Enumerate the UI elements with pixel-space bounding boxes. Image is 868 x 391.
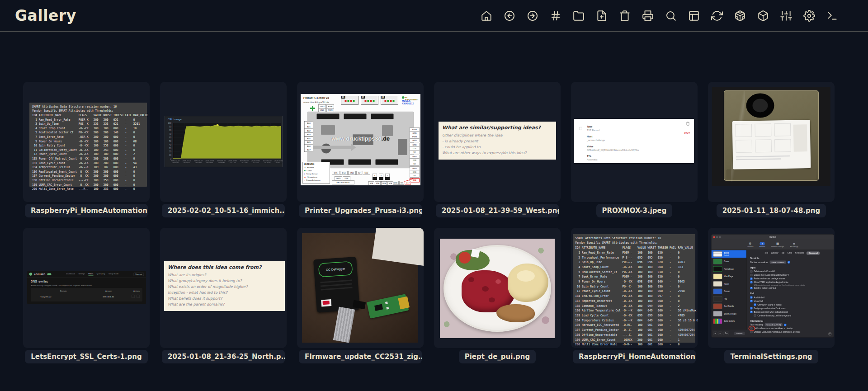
thumbnail-dns-record[interactable]: EDIT Type TXT Record Host _acme-challeng… (571, 82, 698, 202)
gallery-item[interactable]: SMART Attributes Data Structure revision… (23, 82, 150, 217)
gallery-item[interactable]: Pinout: GT2560 v3 www.drucktipps3d.de E0… (297, 82, 424, 217)
profile-row: Grass (712, 258, 747, 265)
connector-e2: E2 (381, 96, 398, 105)
grafana-panel: CPU usage 100 90 80 70 60 50 40 30 20 10… (165, 116, 283, 167)
connector-e1: E1 (361, 96, 378, 105)
window-titlebar: Profiles (712, 235, 834, 240)
printer-icon[interactable] (642, 10, 654, 22)
case-photo (712, 87, 830, 186)
ti-sticker (321, 299, 331, 306)
thumbnail-note-west[interactable]: What are similar/supporting ideas? Other… (434, 82, 561, 202)
filename-label: TerminalSettings.png (724, 350, 818, 363)
sign-out-button: Sign out (133, 273, 144, 276)
delete-action-button (137, 295, 140, 298)
back-icon[interactable] (504, 10, 515, 22)
gallery-item[interactable]: 2025-01-11_18-07-48.png (708, 82, 835, 217)
profile-row: Silver Aerogel (712, 310, 747, 318)
gear-icon: ⚙ (749, 242, 751, 245)
device-label: CC Debugger (326, 267, 345, 272)
watermark: www.drucktipps3d.de (308, 136, 414, 142)
cpu-area (173, 125, 281, 158)
thumbnail-pinout[interactable]: Pinout: GT2560 v3 www.drucktipps3d.de E0… (297, 82, 424, 202)
ribbon-cable (333, 306, 355, 343)
pinout-diagram: Pinout: GT2560 v3 www.drucktipps3d.de E0… (301, 94, 420, 185)
gallery-item[interactable]: Profiles ⚙General ♪Profiles ▦Window Grou… (708, 228, 835, 363)
chart-title: CPU usage (168, 118, 182, 121)
layout-icon[interactable] (688, 10, 700, 22)
filename-label: PROXMOX-3.jpeg (596, 204, 673, 217)
thumbnail-note-north[interactable]: Where does this idea come from? What are… (160, 228, 287, 348)
profile-row: Solid Colors (712, 317, 747, 325)
plastic-case (724, 90, 819, 181)
cc2531-board (367, 294, 409, 318)
thumbnail-case-photo[interactable] (708, 82, 835, 202)
trash-icon[interactable] (619, 10, 631, 22)
gallery-item[interactable]: EDIT Type TXT Record Host _acme-challeng… (571, 82, 698, 217)
gallery-item[interactable]: ADGUARD Dashboard Settings Filters Query… (23, 228, 150, 363)
y-axis-labels: 100 90 80 70 60 50 40 30 20 10 0 (165, 122, 171, 161)
filename-label: 2025-01-08_21-36-25_North.p... (162, 350, 285, 363)
box-icon[interactable] (757, 10, 769, 22)
green-dot-icon (402, 96, 405, 99)
sidebar-footer: + − ⚙▾ Default (712, 332, 747, 335)
gallery-item[interactable]: Piept_de_pui.png (434, 228, 561, 363)
thumbnail-adguard[interactable]: ADGUARD Dashboard Settings Filters Query… (23, 228, 150, 348)
refresh-icon[interactable] (711, 10, 723, 22)
thumbnail-terminal-settings[interactable]: Profiles ⚙General ♪Profiles ▦Window Grou… (708, 228, 835, 348)
meat (496, 304, 535, 322)
folder-icon[interactable] (573, 10, 585, 22)
thumbnail-food-photo[interactable] (434, 228, 561, 348)
settings-icon[interactable] (803, 10, 815, 22)
plus-marker-icon (310, 106, 315, 111)
profile-row: Pro (712, 295, 747, 303)
gallery-item[interactable]: CC Debugger (297, 228, 424, 363)
filename-label: Printer_Upgrades_Prusa-i3.png (299, 204, 422, 217)
filename-label: RaspberryPi_HomeAutomation... (573, 350, 696, 363)
terminal-icon[interactable] (826, 10, 838, 22)
filename-label: RaspberryPi_HomeAutomation... (25, 204, 148, 217)
circuit-board: www.drucktipps3d.de (307, 112, 414, 168)
thumbnail-cc-debugger[interactable]: CC Debugger (297, 228, 424, 348)
toolbar-encodings: ⊕Encodings (790, 242, 798, 247)
sliders-icon[interactable] (780, 10, 792, 22)
page-title: Gallery (15, 7, 76, 24)
tomato (459, 252, 471, 264)
gallery-item[interactable]: Where does this idea come from? What are… (160, 228, 287, 363)
data-point-dot (217, 124, 218, 126)
whiteboard-note: What are similar/supporting ideas? Other… (439, 122, 556, 160)
edit-button: EDIT (684, 132, 690, 135)
search-icon[interactable] (665, 10, 677, 22)
rewrites-table: Domain Answer Actions *.rubynhh.xyz 192.… (31, 288, 142, 301)
thumbnail-smart-terminal[interactable]: SMART Attributes Data Structure revision… (23, 82, 150, 202)
app-header: Gallery (0, 0, 868, 32)
filename-label: 2025-01-08_21-39-59_West.png (436, 204, 559, 217)
window-title: Profiles (712, 236, 834, 238)
adguard-nav: Dashboard Settings Filters Query Log Set… (66, 273, 118, 276)
rewrite-answer: 192.168.1.40 (103, 296, 114, 298)
forward-icon[interactable] (527, 10, 538, 22)
thumbnail-smart-terminal[interactable]: SMART Attributes Data Structure revision… (571, 228, 698, 348)
globe-icon: ⊕ (793, 242, 795, 245)
profile-row: Ocean (712, 287, 747, 295)
gallery-item[interactable]: What are similar/supporting ideas? Other… (434, 82, 561, 217)
food-photo (440, 239, 555, 338)
gallery-item[interactable]: CPU usage 100 90 80 70 60 50 40 30 20 10… (160, 82, 287, 217)
lens-ring (746, 94, 774, 118)
window-groups-icon: ▦ (776, 242, 779, 245)
home-icon[interactable] (481, 10, 492, 22)
toolbar-window-groups: ▦Window Groups (771, 242, 784, 247)
edit-action-button (132, 295, 135, 298)
file-plus-icon[interactable] (596, 10, 608, 22)
codesandbox-icon[interactable] (734, 10, 746, 22)
toolbar-profiles: ♪Profiles (759, 242, 765, 247)
thumbnail-cpu-chart[interactable]: CPU usage 100 90 80 70 60 50 40 30 20 10… (160, 82, 287, 202)
adguard-shield-icon (29, 273, 33, 276)
trash-icon (686, 122, 690, 126)
mac-settings-window: Profiles ⚙General ♪Profiles ▦Window Grou… (711, 234, 834, 338)
hash-icon[interactable] (550, 10, 561, 22)
gallery-grid: SMART Attributes Data Structure revision… (0, 32, 868, 363)
help-button: ? (828, 332, 832, 336)
gallery-item[interactable]: SMART Attributes Data Structure revision… (571, 228, 698, 363)
dns-record-card: EDIT Type TXT Record Host _acme-challeng… (574, 119, 694, 163)
checkbox (579, 127, 582, 130)
